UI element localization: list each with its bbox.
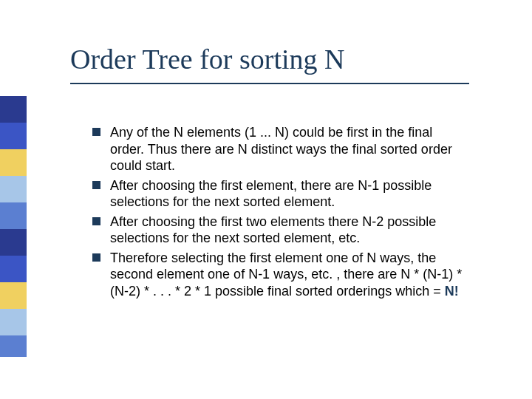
body-content: Any of the N elements (1 ... N) could be… [92,124,469,302]
title-underline [70,83,469,84]
highlight-text: N! [445,284,459,299]
sidebar-decoration [0,96,27,357]
list-item: After choosing the first element, there … [92,177,469,211]
sidebar-block [0,96,27,123]
list-item-text: After choosing the first element, there … [110,178,432,210]
list-item-text: After choosing the first two elements th… [110,214,436,246]
sidebar-block [0,176,27,202]
sidebar-block [0,256,27,282]
list-item-text: Any of the N elements (1 ... N) could be… [110,125,452,173]
square-bullet-icon [92,181,100,189]
square-bullet-icon [92,217,100,225]
list-item: Any of the N elements (1 ... N) could be… [92,124,469,174]
bullet-list: Any of the N elements (1 ... N) could be… [92,124,469,299]
list-item: Therefore selecting the first element on… [92,250,469,300]
sidebar-block [0,309,27,335]
sidebar-block [0,282,27,309]
list-item: After choosing the first two elements th… [92,214,469,247]
sidebar-block [0,123,27,149]
slide: Order Tree for sorting N Any of the N el… [0,0,532,399]
square-bullet-icon [92,253,100,262]
square-bullet-icon [92,128,100,136]
slide-title: Order Tree for sorting N [70,43,345,75]
sidebar-block [0,149,27,176]
sidebar-block [0,202,27,229]
sidebar-block [0,229,27,256]
list-item-text: Therefore selecting the first element on… [110,250,462,299]
sidebar-block [0,335,27,357]
